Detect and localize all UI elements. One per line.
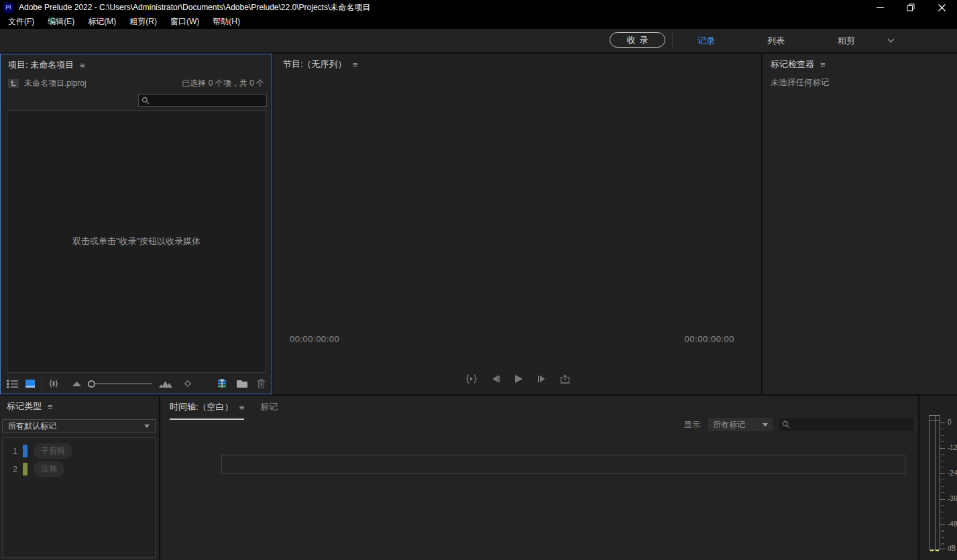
monitor-panel-title: 节目:（无序列） xyxy=(283,58,347,70)
selection-status: 已选择 0 个项，共 0 个 xyxy=(182,78,264,89)
marker-filter-row: 显示: 所有标记 xyxy=(684,418,914,431)
play-in-to-out-button[interactable] xyxy=(465,374,477,384)
minimize-icon xyxy=(877,4,884,11)
marker-preset-dropdown[interactable]: 所有默认标记 xyxy=(2,419,156,433)
delete-button[interactable] xyxy=(257,379,266,388)
meter-scale-label: 0 xyxy=(948,418,952,426)
step-back-button[interactable] xyxy=(492,375,500,383)
show-label: 显示: xyxy=(684,419,702,431)
restore-icon xyxy=(907,3,915,11)
project-toolbar xyxy=(1,374,272,394)
zoom-out-button[interactable] xyxy=(72,382,81,386)
meter-scale-label: -12 xyxy=(948,444,957,451)
panel-menu-icon[interactable]: ≡ xyxy=(820,60,826,69)
panel-menu-icon[interactable]: ≡ xyxy=(48,402,53,411)
meter-peak-right xyxy=(936,550,939,551)
ingest-button[interactable]: 收录 xyxy=(610,32,665,48)
thumbnail-size-slider[interactable] xyxy=(88,380,152,388)
current-timecode: 00:00:00:00 xyxy=(290,334,339,344)
meter-minor-ticks xyxy=(942,423,944,550)
menu-marker[interactable]: 标记(M) xyxy=(81,15,123,29)
meter-scale-label: -36 xyxy=(948,495,957,502)
workspace-tab-list[interactable]: 列表 xyxy=(756,29,796,52)
timeline-track-area[interactable] xyxy=(221,455,905,474)
workspace-overflow-button[interactable] xyxy=(883,29,899,52)
marker-type-row[interactable]: 2 注释 xyxy=(3,460,155,478)
brace-filmstrip-icon xyxy=(49,379,58,388)
timeline-panel: 时间轴:（空白） ≡ 标记 显示: 所有标记 xyxy=(160,396,918,560)
menu-file[interactable]: 文件(F) xyxy=(1,15,41,29)
minimize-button[interactable] xyxy=(864,0,895,15)
tab-markers[interactable]: 标记 xyxy=(260,401,278,418)
project-search-box[interactable] xyxy=(138,94,267,107)
export-frame-icon xyxy=(560,374,570,384)
meter-tick xyxy=(940,549,945,549)
thumbnail-view-button[interactable] xyxy=(25,380,35,388)
timeline-search-input[interactable] xyxy=(793,420,914,429)
marker-label[interactable]: 子剪辑 xyxy=(34,443,72,459)
marker-label[interactable]: 注释 xyxy=(34,461,64,477)
clip-adjust-button[interactable] xyxy=(49,379,58,388)
marker-number: 2 xyxy=(3,465,17,474)
menu-roughcut[interactable]: 粗剪(R) xyxy=(123,15,164,29)
workspace-bar: 收录 记录 列表 粗剪 xyxy=(0,29,957,52)
search-bin-icon xyxy=(217,379,227,388)
chevron-down-icon xyxy=(887,38,895,43)
audio-meter[interactable] xyxy=(929,415,940,550)
project-empty-message: 双击或单击"收录"按钮以收录媒体 xyxy=(72,235,201,247)
panel-menu-icon[interactable]: ≡ xyxy=(353,60,358,69)
monitor-panel: 节目:（无序列） ≡ 00:00:00:00 00:00:00:00 xyxy=(274,54,761,394)
zoom-in-button[interactable] xyxy=(159,380,173,388)
slider-knob[interactable] xyxy=(88,380,95,388)
restore-button[interactable] xyxy=(895,0,926,15)
step-back-icon xyxy=(492,375,500,383)
panel-menu-icon[interactable]: ≡ xyxy=(80,61,85,70)
folder-up-icon[interactable] xyxy=(8,79,19,88)
marker-type-list: 1 子剪辑 2 注释 xyxy=(2,437,156,558)
timeline-tab-label: 时间轴:（空白） xyxy=(170,401,233,413)
close-icon xyxy=(938,4,946,11)
meter-tick xyxy=(940,499,945,500)
export-frame-button[interactable] xyxy=(560,374,570,384)
new-bin-button[interactable] xyxy=(237,380,247,388)
menu-edit[interactable]: 编辑(E) xyxy=(41,15,81,29)
workspace-tab-roughcut[interactable]: 粗剪 xyxy=(826,29,866,52)
marker-filter-value: 所有标记 xyxy=(713,419,745,431)
chevron-down-icon xyxy=(144,425,150,428)
sort-order-button[interactable] xyxy=(184,380,192,388)
tab-timeline[interactable]: 时间轴:（空白） ≡ xyxy=(170,401,244,420)
slider-track[interactable] xyxy=(95,383,152,384)
marker-preset-value: 所有默认标记 xyxy=(8,421,56,432)
step-forward-icon xyxy=(537,375,546,383)
marker-number: 1 xyxy=(3,447,17,456)
meter-tick xyxy=(940,473,945,474)
audio-meter-panel: 0 -12 -24 -36 -48 dB xyxy=(919,396,957,560)
menu-window[interactable]: 窗口(W) xyxy=(164,15,206,29)
timeline-search-box[interactable] xyxy=(779,418,914,431)
step-forward-button[interactable] xyxy=(537,375,546,383)
marker-color-swatch xyxy=(23,445,27,457)
project-root-row[interactable]: 未命名项目.plproj 已选择 0 个项，共 0 个 xyxy=(1,76,272,91)
search-icon xyxy=(782,421,790,429)
meter-peak-left xyxy=(930,550,934,551)
new-search-bin-button[interactable] xyxy=(217,379,227,388)
title-bar: Pl Adobe Prelude 2022 - C:\Users\Adminis… xyxy=(0,0,957,15)
marker-filter-dropdown[interactable]: 所有标记 xyxy=(708,418,773,431)
diamond-sort-icon xyxy=(184,380,192,388)
panel-menu-icon[interactable]: ≡ xyxy=(239,403,245,412)
project-panel: 项目: 未命名项目 ≡ 未命名项目.plproj 已选择 0 个项，共 0 个 … xyxy=(0,54,272,394)
thumbnail-view-icon xyxy=(25,380,35,388)
marker-inspector-panel: 标记检查器 ≡ 未选择任何标记 xyxy=(763,54,957,394)
chevron-down-icon xyxy=(763,423,768,427)
play-button[interactable] xyxy=(514,374,523,384)
folder-icon xyxy=(237,380,247,388)
divider xyxy=(42,377,42,390)
menu-help[interactable]: 帮助(H) xyxy=(206,15,247,29)
trash-icon xyxy=(257,379,266,388)
workspace-tab-logging[interactable]: 记录 xyxy=(686,29,726,52)
project-content-area[interactable]: 双击或单击"收录"按钮以收录媒体 xyxy=(7,110,266,373)
project-search-input[interactable] xyxy=(152,96,266,105)
list-view-button[interactable] xyxy=(7,380,18,388)
marker-type-row[interactable]: 1 子剪辑 xyxy=(3,442,155,460)
close-button[interactable] xyxy=(926,0,957,15)
